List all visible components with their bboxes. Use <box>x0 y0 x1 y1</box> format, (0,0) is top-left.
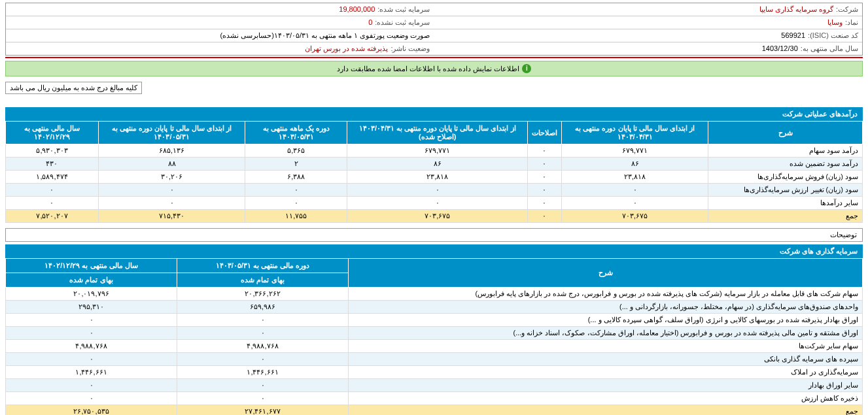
table-cell: ۰ <box>6 314 177 327</box>
table-cell: سایر درآمدها <box>708 197 863 210</box>
company-value: گروه سرمایه گذاری سایپا <box>759 5 833 14</box>
table-cell: ۸۸ <box>98 158 245 171</box>
table-cell: ۰ <box>527 210 561 223</box>
table-cell: ۶,۳۸۸ <box>245 171 347 184</box>
table2-header: شرح <box>349 259 863 288</box>
table-cell: ۲۶,۷۵۰,۵۳۵ <box>6 405 177 416</box>
publisher-status-value: پذیرفته شده در بورس تهران <box>305 44 388 53</box>
table-cell: ۲۷,۴۶۱,۶۷۷ <box>177 405 349 416</box>
confirmation-banner: i اطلاعات نمایش داده شده با اطلاعات امضا… <box>5 61 863 76</box>
table-row: درآمد سود سهام۶۷۹,۷۷۱۰۶۷۹,۷۷۱۵,۳۶۵۶۸۵,۱۳… <box>6 144 863 158</box>
currency-note: کلیه مبالغ درج شده به میلیون ریال می باش… <box>5 82 142 94</box>
table-row: سود (زیان) تغییر ارزش سرمایه‌گذاری‌ها۰۰۰… <box>6 184 863 197</box>
isic-value: 569921 <box>781 31 805 40</box>
table-cell: ۷۰۳,۶۷۵ <box>347 210 527 223</box>
table-cell: سود (زیان) فروش سرمایه‌گذاری‌ها <box>708 171 863 184</box>
table-row: جمع۲۷,۴۶۱,۶۷۷۲۶,۷۵۰,۵۳۵ <box>6 405 863 416</box>
table-cell: ۰ <box>561 197 708 210</box>
capital-reg-label: سرمایه ثبت شده: <box>377 5 430 14</box>
table1-header: شرح <box>708 122 863 144</box>
table-row: سهام شرکت های قابل معامله در بازار سرمای… <box>6 288 863 301</box>
symbol-label: نماد: <box>845 18 858 27</box>
table-row: سپرده های سرمایه گذاری بانکی۰۰ <box>6 353 863 366</box>
table-cell: ۶۵۹,۹۸۶ <box>177 301 349 314</box>
table-cell: ۲۰,۰۱۹,۷۹۶ <box>6 288 177 301</box>
capital-reg-value: 19,800,000 <box>339 5 375 14</box>
table-cell: ۴,۹۸۸,۷۶۸ <box>6 340 177 353</box>
table-cell: ۲۳,۸۱۸ <box>561 171 708 184</box>
table-cell: ۰ <box>98 197 245 210</box>
table-cell: درآمد سود سهام <box>708 144 863 158</box>
table-cell: ۰ <box>527 184 561 197</box>
table1-title: درآمدهای عملیاتی شرکت <box>5 107 863 121</box>
info-icon: i <box>522 64 531 73</box>
table-row: سایر اوراق بهادار۰۰ <box>6 379 863 392</box>
table-cell: ۰ <box>527 197 561 210</box>
publisher-status-label: وضعیت ناشر: <box>391 44 430 53</box>
table-cell: ۴,۹۸۸,۷۶۸ <box>177 340 349 353</box>
table1-header: اصلاحات <box>527 122 561 144</box>
table-cell: ۱,۴۴۶,۶۶۱ <box>6 366 177 379</box>
table2-title: سرمایه گذاری های شرکت <box>5 244 863 258</box>
table-cell: جمع <box>708 210 863 223</box>
table-row: سایر درآمدها۰۰۰۰۰۰ <box>6 197 863 210</box>
table1-header: از ابتدای سال مالی تا پایان دوره منتهی ب… <box>347 122 527 144</box>
table2-subheader: بهای تمام شده <box>177 273 349 288</box>
table-cell: ۰ <box>6 184 99 197</box>
table-cell: ۰ <box>6 379 177 392</box>
table-cell: ۰ <box>527 144 561 158</box>
table-row: سرمایه‌گذاری در املاک۱,۴۴۶,۶۶۱۱,۴۴۶,۶۶۱ <box>6 366 863 379</box>
table-cell: ۶۷۹,۷۷۱ <box>561 144 708 158</box>
portfolio-status-value: صورت وضعیت پورتفوی ۱ ماهه منتهی به ۱۴۰۳/… <box>220 31 430 40</box>
operating-income-table: شرحاز ابتدای سال مالی تا پایان دوره منته… <box>5 121 863 223</box>
table-cell: ۳۰,۲۰۶ <box>98 171 245 184</box>
table-cell: اوراق بهادار پذیرفته شده در بورسهای کالا… <box>349 314 863 327</box>
table-cell: ۰ <box>245 197 347 210</box>
table-cell: ۰ <box>6 197 99 210</box>
table-row: جمع۷۰۳,۶۷۵۰۷۰۳,۶۷۵۱۱,۷۵۵۷۱۵,۴۳۰۷,۵۲۰,۲۰۷ <box>6 210 863 223</box>
table-row: ذخیره کاهش ارزش۰۰ <box>6 392 863 405</box>
table2-subheader: بهای تمام شده <box>6 273 177 288</box>
table-cell: ۸۶ <box>347 158 527 171</box>
table-cell: ۷,۵۲۰,۲۰۷ <box>6 210 99 223</box>
table-row: درآمد سود تضمین شده۸۶۰۸۶۲۸۸۴۳۰ <box>6 158 863 171</box>
table1-header: دوره یک ماهه منتهی به ۱۴۰۳/۰۵/۳۱ <box>245 122 347 144</box>
fiscal-end-value: 1403/12/30 <box>762 44 798 53</box>
table-cell: ۰ <box>6 392 177 405</box>
table-row: اوراق بهادار پذیرفته شده در بورسهای کالا… <box>6 314 863 327</box>
table-row: سود (زیان) فروش سرمایه‌گذاری‌ها۲۳,۸۱۸۰۲۳… <box>6 171 863 184</box>
table-cell: ۲۳,۸۱۸ <box>347 171 527 184</box>
table-cell: ۰ <box>6 327 177 340</box>
table-cell: ۰ <box>561 184 708 197</box>
table-cell: سود (زیان) تغییر ارزش سرمایه‌گذاری‌ها <box>708 184 863 197</box>
table-cell: سرمایه‌گذاری در املاک <box>349 366 863 379</box>
table-cell: سهام شرکت های قابل معامله در بازار سرمای… <box>349 288 863 301</box>
fiscal-end-label: سال مالی منتهی به: <box>801 44 858 53</box>
table-row: واحدهای صندوق‌های سرمایه‌گذاری (در سهام،… <box>6 301 863 314</box>
table-cell: ۰ <box>527 171 561 184</box>
table-cell: درآمد سود تضمین شده <box>708 158 863 171</box>
description-label: توضیحات <box>5 228 863 242</box>
table-cell: ۲۹۵,۳۱۰ <box>6 301 177 314</box>
table-cell: ۰ <box>177 314 349 327</box>
table-cell: واحدهای صندوق‌های سرمایه‌گذاری (در سهام،… <box>349 301 863 314</box>
table-row: سهام سایر شرکت‌ها۴,۹۸۸,۷۶۸۴,۹۸۸,۷۶۸ <box>6 340 863 353</box>
table-cell: ۱,۵۸۹,۴۷۴ <box>6 171 99 184</box>
table-cell: ۲ <box>245 158 347 171</box>
table-cell: ۰ <box>6 353 177 366</box>
table-cell: سپرده های سرمایه گذاری بانکی <box>349 353 863 366</box>
table-cell: ۰ <box>98 184 245 197</box>
table-cell: ۷۰۳,۶۷۵ <box>561 210 708 223</box>
table-row: اوراق مشتقه و تامین مالی پذیرفته شده در … <box>6 327 863 340</box>
table-cell: ذخیره کاهش ارزش <box>349 392 863 405</box>
table-cell: ۶۷۹,۷۷۱ <box>347 144 527 158</box>
table-cell: ۸۶ <box>561 158 708 171</box>
table-cell: ۰ <box>177 392 349 405</box>
table-cell: ۱,۴۴۶,۶۶۱ <box>177 366 349 379</box>
table-cell: ۰ <box>177 327 349 340</box>
table-cell: ۶۸۵,۱۳۶ <box>98 144 245 158</box>
table-cell: ۵,۳۶۵ <box>245 144 347 158</box>
table-cell: جمع <box>349 405 863 416</box>
symbol-value: وساپا <box>827 18 842 27</box>
table1-header: سال مالی منتهی به ۱۴۰۲/۱۲/۲۹ <box>6 122 99 144</box>
